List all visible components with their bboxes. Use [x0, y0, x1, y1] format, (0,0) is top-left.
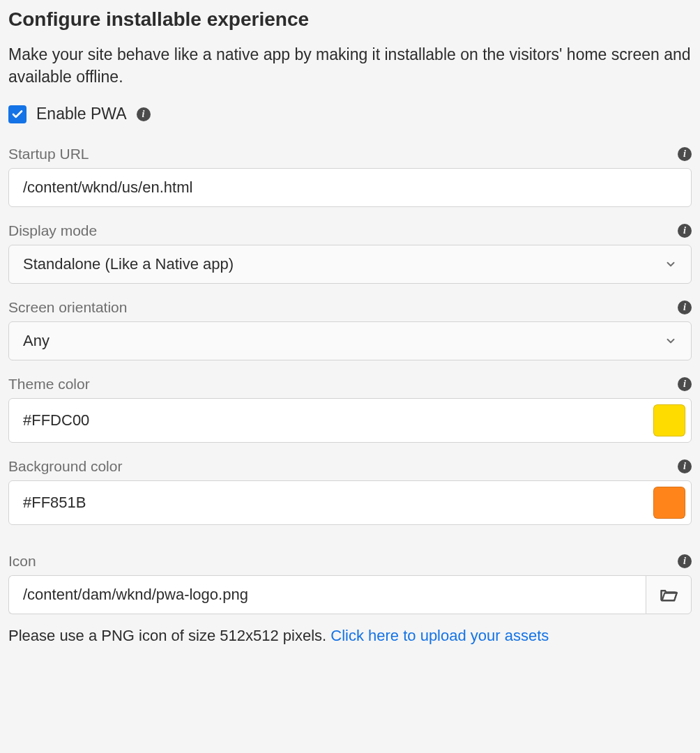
theme-color-swatch[interactable]: [653, 404, 685, 436]
field-background-color: Background color i: [8, 458, 692, 525]
icon-hint: Please use a PNG icon of size 512x512 pi…: [8, 627, 692, 645]
page-title: Configure installable experience: [8, 8, 692, 31]
check-icon: [11, 108, 24, 121]
info-icon[interactable]: i: [678, 377, 692, 391]
background-color-input[interactable]: [9, 481, 648, 524]
icon-label: Icon: [8, 553, 36, 570]
field-icon: Icon i: [8, 553, 692, 614]
info-icon[interactable]: i: [137, 107, 151, 121]
enable-pwa-row: Enable PWA i: [8, 105, 692, 123]
screen-orientation-select[interactable]: Any: [8, 321, 692, 360]
field-startup-url: Startup URL i: [8, 146, 692, 207]
icon-hint-text: Please use a PNG icon of size 512x512 pi…: [8, 627, 330, 644]
folder-open-icon: [659, 585, 678, 604]
background-color-label: Background color: [8, 458, 122, 475]
info-icon[interactable]: i: [678, 301, 692, 314]
info-icon[interactable]: i: [678, 459, 692, 473]
screen-orientation-value: Any: [23, 332, 50, 350]
info-icon[interactable]: i: [678, 147, 692, 161]
chevron-down-icon: [664, 258, 677, 271]
field-theme-color: Theme color i: [8, 376, 692, 443]
info-icon[interactable]: i: [678, 224, 692, 238]
field-display-mode: Display mode i Standalone (Like a Native…: [8, 222, 692, 284]
display-mode-value: Standalone (Like a Native app): [23, 255, 234, 273]
background-color-swatch[interactable]: [653, 487, 685, 519]
browse-icon-button[interactable]: [646, 575, 692, 614]
info-icon[interactable]: i: [678, 554, 692, 568]
icon-path-input[interactable]: [8, 575, 646, 614]
startup-url-label: Startup URL: [8, 146, 89, 162]
theme-color-label: Theme color: [8, 376, 90, 393]
startup-url-input[interactable]: [8, 168, 692, 207]
display-mode-select[interactable]: Standalone (Like a Native app): [8, 245, 692, 284]
display-mode-label: Display mode: [8, 222, 97, 239]
chevron-down-icon: [664, 335, 677, 347]
screen-orientation-label: Screen orientation: [8, 299, 127, 316]
enable-pwa-checkbox[interactable]: [8, 105, 26, 123]
theme-color-input[interactable]: [9, 399, 648, 442]
enable-pwa-label: Enable PWA: [36, 105, 127, 123]
field-screen-orientation: Screen orientation i Any: [8, 299, 692, 360]
page-description: Make your site behave like a native app …: [8, 43, 692, 88]
upload-assets-link[interactable]: Click here to upload your assets: [330, 627, 549, 644]
